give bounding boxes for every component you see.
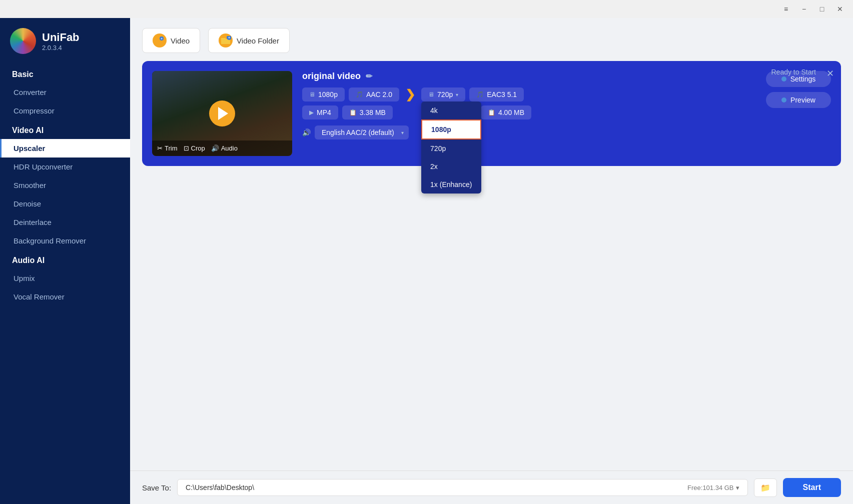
output-resolution-dropdown[interactable]: 🖥 720p ▾ xyxy=(421,88,465,102)
play-button[interactable] xyxy=(209,100,235,126)
input-codec-box: 🎵 AAC 2.0 xyxy=(349,88,399,102)
folder-icon: 📁 xyxy=(760,484,770,492)
trim-icon: ✂ xyxy=(157,144,163,152)
dropdown-arrow-icon: ▾ xyxy=(456,92,458,98)
main-content: + Video + Video Folder Ready to Start xyxy=(130,18,853,504)
sidebar-item-converter[interactable]: Converter xyxy=(0,83,130,102)
input-resolution-box: 🖥 1080p xyxy=(302,88,345,102)
preview-dot xyxy=(781,98,786,102)
sidebar-item-background-remover[interactable]: Background Remover xyxy=(0,232,130,250)
section-basic: Basic xyxy=(0,64,130,83)
audio-button[interactable]: 🔊 Audio xyxy=(211,144,238,152)
audio-speaker-icon: 🔊 xyxy=(302,128,311,136)
section-audioai: Audio AI xyxy=(0,250,130,269)
sidebar-item-upmix[interactable]: Upmix xyxy=(0,269,130,288)
edit-icon[interactable]: ✏ xyxy=(366,72,372,81)
logo-text: UniFab 2.0.3.4 xyxy=(42,31,80,52)
title-bar: ≡ − □ ✕ xyxy=(0,0,853,18)
save-path-box: C:\Users\fab\Desktop\ Free:101.34 GB ▾ xyxy=(177,479,747,496)
section-videoai: Video AI xyxy=(0,120,130,139)
add-folder-button[interactable]: + Video Folder xyxy=(208,28,290,53)
browse-folder-button[interactable]: 📁 xyxy=(754,478,777,497)
res-option-4k[interactable]: 4k xyxy=(421,102,481,120)
free-space-value: Free:101.34 GB xyxy=(687,484,734,492)
video-title-row: original video ✏ xyxy=(302,71,756,82)
res-option-1x[interactable]: 1x (Enhance) xyxy=(421,176,481,194)
resolution-dropdown-wrapper: 🖥 720p ▾ 4k 1080p 720p 2x 1x (Enhance) xyxy=(421,88,465,102)
sidebar-item-denoise[interactable]: Denoise xyxy=(0,194,130,213)
ready-text: Ready to Start xyxy=(771,68,816,76)
app-version: 2.0.3.4 xyxy=(42,44,80,52)
output-size-box: 📋 4.00 MB xyxy=(481,106,531,120)
video-specs-row: 🖥 1080p 🎵 AAC 2.0 ❯ 🖥 720p ▾ xyxy=(302,88,756,102)
crop-icon: ⊡ xyxy=(184,144,189,152)
settings-dot xyxy=(781,76,786,82)
output-monitor-icon: 🖥 xyxy=(428,91,434,98)
action-buttons: Settings Preview xyxy=(766,71,831,108)
minimize-button[interactable]: − xyxy=(797,2,811,16)
size-icon: 📋 xyxy=(349,109,357,116)
logo-area: UniFab 2.0.3.4 xyxy=(0,18,130,64)
resolution-dropdown-menu: 4k 1080p 720p 2x 1x (Enhance) xyxy=(421,102,481,194)
audio-label: Audio xyxy=(221,144,238,152)
audio-icon: 🔊 xyxy=(211,144,219,152)
svg-text:+: + xyxy=(228,36,230,40)
input-format-box: ▶ MP4 xyxy=(302,106,338,120)
input-format: MP4 xyxy=(317,108,331,116)
sidebar-item-upscaler[interactable]: Upscaler xyxy=(0,139,130,158)
audio-track-select[interactable]: English AAC/2 (default) xyxy=(315,126,409,140)
trim-label: Trim xyxy=(165,144,178,152)
sidebar-item-hdr-upconverter[interactable]: HDR Upconverter xyxy=(0,158,130,176)
start-button[interactable]: Start xyxy=(783,478,841,497)
arrow-right: ❯ xyxy=(403,88,417,102)
output-size: 4.00 MB xyxy=(498,108,524,116)
output-resolution-value: 720p xyxy=(437,90,453,98)
toolbar: + Video + Video Folder xyxy=(142,28,841,53)
close-button[interactable]: ✕ xyxy=(833,2,847,16)
monitor-icon: 🖥 xyxy=(309,91,315,98)
format-icon: ▶ xyxy=(309,109,314,116)
trim-button[interactable]: ✂ Trim xyxy=(157,144,178,152)
preview-button[interactable]: Preview xyxy=(766,92,831,108)
close-card-button[interactable]: ✕ xyxy=(826,68,834,79)
menu-button[interactable]: ≡ xyxy=(779,2,793,16)
add-folder-icon: + xyxy=(219,34,233,48)
save-label: Save To: xyxy=(142,484,171,492)
original-label: original video xyxy=(302,71,361,82)
add-folder-label: Video Folder xyxy=(237,36,279,45)
sidebar-item-compressor[interactable]: Compressor xyxy=(0,102,130,120)
maximize-button[interactable]: □ xyxy=(815,2,829,16)
video-thumbnail: ✂ Trim ⊡ Crop 🔊 Audio xyxy=(152,71,292,156)
input-size-box: 📋 3.38 MB xyxy=(342,106,393,120)
input-resolution: 1080p xyxy=(318,90,338,98)
settings-label: Settings xyxy=(790,75,816,83)
app-container: UniFab 2.0.3.4 Basic Converter Compresso… xyxy=(0,18,853,504)
output-size-icon: 📋 xyxy=(488,109,495,116)
app-logo xyxy=(10,28,36,54)
video-controls: ✂ Trim ⊡ Crop 🔊 Audio xyxy=(152,140,292,156)
sidebar-item-deinterlace[interactable]: Deinterlace xyxy=(0,213,130,232)
input-codec: AAC 2.0 xyxy=(366,90,392,98)
preview-label: Preview xyxy=(790,96,815,104)
audio-select-wrap: English AAC/2 (default) ▾ xyxy=(315,126,409,140)
res-option-720p[interactable]: 720p xyxy=(421,140,481,158)
free-space-dropdown-icon: ▾ xyxy=(736,484,739,492)
crop-button[interactable]: ⊡ Crop xyxy=(184,144,205,152)
res-option-1080p[interactable]: 1080p xyxy=(421,120,481,140)
bottom-bar: Save To: C:\Users\fab\Desktop\ Free:101.… xyxy=(130,470,853,504)
video-info: original video ✏ 🖥 1080p 🎵 AAC 2.0 ❯ xyxy=(302,71,756,140)
free-space-text: Free:101.34 GB ▾ xyxy=(687,484,739,492)
crop-label: Crop xyxy=(191,144,205,152)
svg-text:+: + xyxy=(161,37,163,40)
app-name: UniFab xyxy=(42,31,80,44)
res-option-2x[interactable]: 2x xyxy=(421,158,481,176)
audio-spec-icon: 🎵 xyxy=(356,91,363,98)
video-specs-row2: ▶ MP4 📋 3.38 MB 📋 4.00 MB xyxy=(302,106,756,120)
sidebar: UniFab 2.0.3.4 Basic Converter Compresso… xyxy=(0,18,130,504)
input-size: 3.38 MB xyxy=(360,108,386,116)
add-video-button[interactable]: + Video xyxy=(142,28,200,53)
save-path-text: C:\Users\fab\Desktop\ xyxy=(186,484,254,492)
sidebar-item-vocal-remover[interactable]: Vocal Remover xyxy=(0,288,130,306)
output-audio: EAC3 5.1 xyxy=(487,90,517,98)
sidebar-item-smoother[interactable]: Smoother xyxy=(0,176,130,194)
